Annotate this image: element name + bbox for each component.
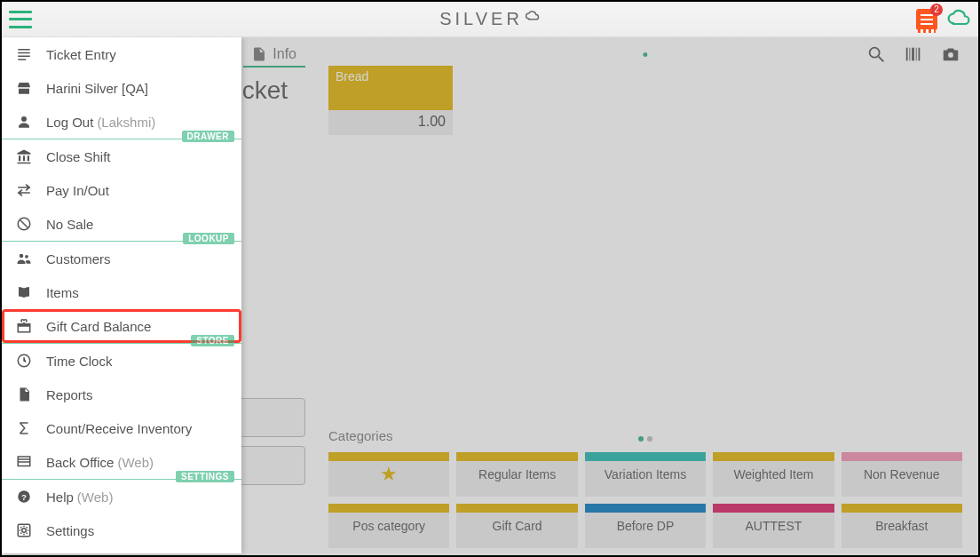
category-tile[interactable]: Non Revenue xyxy=(842,452,962,497)
svg-rect-6 xyxy=(919,48,921,61)
menu-time-clock[interactable]: Time Clock xyxy=(2,344,241,378)
product-tile-bread[interactable]: Bread 1.00 xyxy=(328,66,453,135)
sigma-icon xyxy=(14,420,34,436)
web-icon xyxy=(14,454,34,470)
menu-pay-in-out[interactable]: Pay In/Out xyxy=(2,173,241,207)
book-icon xyxy=(14,284,34,300)
category-tile[interactable]: Variation Items xyxy=(585,452,706,497)
menu-toggle-icon[interactable] xyxy=(9,11,32,28)
person-icon xyxy=(14,114,34,130)
menu-items[interactable]: Items xyxy=(2,275,241,309)
svg-rect-3 xyxy=(909,48,910,61)
tile-price: 1.00 xyxy=(328,110,453,135)
svg-rect-9 xyxy=(18,52,30,54)
categories-pager xyxy=(328,429,962,445)
category-tile[interactable]: Regular Items xyxy=(456,452,577,497)
menu-count-receive[interactable]: Count/Receive Inventory xyxy=(2,411,241,445)
bank-icon xyxy=(14,148,34,164)
search-icon[interactable] xyxy=(866,44,886,68)
transfer-icon xyxy=(14,182,34,198)
category-label: Non Revenue xyxy=(864,467,940,481)
category-label: Before DP xyxy=(617,519,675,533)
svg-point-0 xyxy=(870,48,880,58)
brand-cloud-icon xyxy=(525,5,541,26)
camera-icon[interactable] xyxy=(941,44,960,68)
category-tile[interactable]: Pos category xyxy=(328,504,449,548)
sidebar-menu: Ticket Entry Harini Silver [QA] Log Out(… xyxy=(2,37,241,553)
gift-icon xyxy=(14,318,34,334)
help-icon: ? xyxy=(14,489,34,505)
barcode-icon[interactable] xyxy=(904,44,923,68)
categories-grid: ★Regular ItemsVariation ItemsWeighted It… xyxy=(328,452,962,548)
prohibit-icon xyxy=(14,216,34,232)
menu-settings[interactable]: Settings xyxy=(2,513,241,547)
document-icon xyxy=(14,386,34,402)
svg-point-12 xyxy=(21,116,27,122)
category-tile[interactable]: Before DP xyxy=(585,504,706,548)
menu-reports[interactable]: Reports xyxy=(2,378,241,411)
svg-rect-11 xyxy=(18,59,26,60)
category-tile[interactable]: Gift Card xyxy=(456,504,577,548)
svg-rect-4 xyxy=(912,48,914,61)
gear-icon xyxy=(14,522,34,538)
category-label: Gift Card xyxy=(493,519,542,533)
star-icon: ★ xyxy=(380,463,398,486)
category-label: AUTTEST xyxy=(746,519,802,533)
svg-rect-2 xyxy=(906,48,908,61)
menu-customers[interactable]: Customers xyxy=(2,242,241,275)
category-tile[interactable]: Weighted Item xyxy=(713,452,834,497)
people-icon xyxy=(14,251,34,267)
notification-badge: 2 xyxy=(930,4,943,16)
svg-point-7 xyxy=(948,52,953,58)
category-label: Regular Items xyxy=(478,467,556,481)
sync-cloud-icon[interactable] xyxy=(946,8,971,31)
clock-icon xyxy=(14,353,34,369)
category-tile[interactable]: Breakfast xyxy=(842,504,962,548)
svg-text:?: ? xyxy=(21,492,27,502)
receipt-icon[interactable]: 2 xyxy=(916,9,937,30)
menu-store-name[interactable]: Harini Silver [QA] xyxy=(2,71,241,105)
svg-rect-5 xyxy=(916,48,917,61)
topbar: SILVER 2 xyxy=(2,2,978,37)
category-label: Weighted Item xyxy=(733,467,813,481)
category-tile[interactable]: AUTTEST xyxy=(713,504,834,548)
svg-rect-10 xyxy=(18,56,30,58)
menu-ticket-entry[interactable]: Ticket Entry xyxy=(2,37,241,71)
category-label: Variation Items xyxy=(605,467,686,481)
menu-close-shift[interactable]: Close Shift xyxy=(2,139,241,173)
svg-line-14 xyxy=(20,220,28,228)
category-label: Pos category xyxy=(352,519,425,533)
list-icon xyxy=(14,46,34,62)
tile-name: Bread xyxy=(328,66,453,110)
category-tile[interactable]: ★ xyxy=(328,452,449,497)
svg-point-15 xyxy=(20,254,24,259)
svg-point-16 xyxy=(25,255,28,259)
svg-line-1 xyxy=(879,57,884,62)
menu-help[interactable]: ? Help(Web) xyxy=(2,480,241,513)
store-icon xyxy=(14,80,34,96)
brand-logo: SILVER xyxy=(439,9,541,29)
category-label: Breakfast xyxy=(875,519,928,533)
svg-rect-8 xyxy=(18,49,30,51)
svg-point-26 xyxy=(22,529,27,533)
right-pane: • Bread 1.00 Categories ★Regular ItemsVa… xyxy=(321,37,978,555)
svg-rect-18 xyxy=(18,324,30,327)
